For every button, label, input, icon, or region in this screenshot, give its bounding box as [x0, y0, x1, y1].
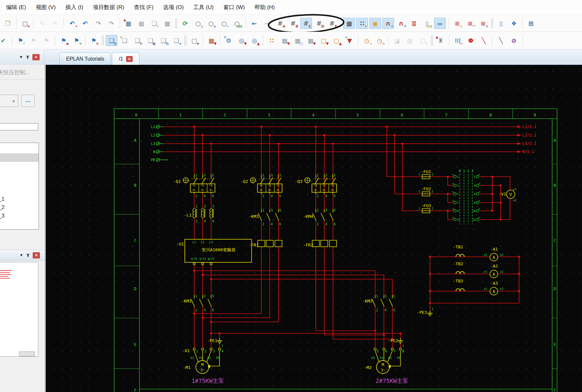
- panel-close-button[interactable]: ×: [32, 54, 40, 60]
- stamp-icon[interactable]: ♜▪: [435, 35, 446, 46]
- undo-icon[interactable]: ↶•: [66, 18, 78, 29]
- design-mode-icon[interactable]: ▣: [369, 18, 381, 29]
- cable-gen-icon[interactable]: ▢▲: [331, 35, 342, 46]
- browse-button[interactable]: ...: [21, 95, 35, 107]
- undo-list-icon[interactable]: ↶: [79, 18, 91, 29]
- toolbar-drag-handle[interactable]: [101, 35, 104, 46]
- zoom-out-icon[interactable]: ○−: [218, 18, 230, 29]
- connection-break-icon[interactable]: ╲: [478, 35, 490, 46]
- back-icon[interactable]: ←: [248, 18, 260, 29]
- panel2-pin-icon[interactable]: Ŧ: [27, 253, 30, 258]
- cable-edit-icon[interactable]: ▦▼: [305, 35, 316, 46]
- panel2-collapse-icon[interactable]: ▼: [19, 253, 23, 257]
- signal-wave-icon[interactable]: ≡∿: [451, 18, 463, 29]
- tab--1[interactable]: /1×: [112, 53, 139, 65]
- gauge-update-icon[interactable]: ◷➜: [374, 35, 386, 46]
- redo-icon[interactable]: ↷: [92, 18, 104, 29]
- cable-filter-icon[interactable]: ▦▼: [279, 35, 291, 46]
- grid-c-icon[interactable]: #C: [300, 18, 312, 29]
- terminal-strip-icon[interactable]: ▦▼: [206, 35, 217, 46]
- cable-number-icon[interactable]: ▦○: [292, 35, 303, 46]
- list-item-0[interactable]: _1: [0, 195, 39, 203]
- snap-grid-icon[interactable]: ∷✦: [356, 18, 368, 29]
- refresh-icon[interactable]: ⟳: [179, 18, 191, 29]
- tab-eplan-tutorials[interactable]: EPLAN Tutorials: [59, 53, 111, 65]
- page-properties-icon[interactable]: ❏↻: [132, 35, 143, 46]
- filter-combobox[interactable]: ∨: [0, 95, 18, 107]
- panel-collapse-icon[interactable]: ▼: [19, 55, 23, 59]
- snap-magnet-icon[interactable]: ∩•: [382, 18, 394, 29]
- toolbar-drag-handle[interactable]: [184, 35, 186, 46]
- menu-item-5[interactable]: 选项 (O): [158, 2, 188, 13]
- page-export-icon[interactable]: ❏➔: [171, 35, 182, 46]
- zoom-100-icon[interactable]: ○100: [231, 18, 243, 29]
- connection-filter-icon[interactable]: ◎▼: [236, 35, 247, 46]
- net-break-icon[interactable]: ╲: [495, 35, 507, 46]
- parts-icon[interactable]: ⊞: [525, 18, 537, 29]
- page-copy-icon[interactable]: ❏⇆: [158, 35, 169, 46]
- menu-item-2[interactable]: 插入 (I): [61, 2, 88, 13]
- menu-item-6[interactable]: 工具 (U): [189, 2, 219, 13]
- net-point-icon[interactable]: ⊘: [508, 35, 520, 46]
- grid-display-icon[interactable]: ▦: [343, 18, 355, 29]
- copy-format-icon[interactable]: ✎: [49, 18, 61, 29]
- check-project-icon[interactable]: ✔: [0, 35, 9, 46]
- place-number-icon[interactable]: ▯128: [421, 18, 433, 29]
- region-icon[interactable]: ▢✳: [417, 35, 429, 46]
- grid-e-icon[interactable]: #E: [326, 18, 338, 29]
- table-icon[interactable]: ▦: [161, 18, 173, 29]
- interrupt-point-icon[interactable]: ☰—: [452, 35, 464, 46]
- toolbar-drag-handle[interactable]: [491, 18, 493, 29]
- signal-config-icon[interactable]: ≡✳: [477, 18, 489, 29]
- connections-icon[interactable]: ⚙⚙: [223, 35, 234, 46]
- toolbar-drag-handle[interactable]: [175, 18, 177, 29]
- grid-d-icon[interactable]: #D: [313, 18, 325, 29]
- menu-item-4[interactable]: 查找 (F): [129, 2, 158, 13]
- list-item-2[interactable]: _3: [0, 212, 39, 220]
- object-snap-icon[interactable]: ∩↗: [395, 18, 407, 29]
- cable-icon[interactable]: ∷: [266, 35, 278, 46]
- gauge-sync-icon[interactable]: ◷∘: [361, 35, 373, 46]
- edit-box-icon[interactable]: ▬: [434, 18, 446, 29]
- list-item-1[interactable]: _2: [0, 203, 39, 212]
- page-tree-list[interactable]: _1_2_3: [0, 143, 39, 230]
- flag-check-icon[interactable]: ⚑✓: [15, 35, 26, 46]
- zoom-window-icon[interactable]: ○▫: [192, 18, 204, 29]
- layout-space-icon[interactable]: ◪: [391, 35, 403, 46]
- hatch-icon[interactable]: ▨: [404, 35, 416, 46]
- topology-icon[interactable]: ❖: [508, 18, 520, 29]
- preview-button[interactable]: [19, 351, 35, 356]
- grid-a-icon[interactable]: #A: [274, 18, 286, 29]
- redo-list-icon[interactable]: ↷: [105, 18, 117, 29]
- flag-next-icon[interactable]: ⚑: [41, 35, 52, 46]
- selected-row[interactable]: [0, 153, 39, 162]
- window-arrange-icon[interactable]: ▦: [136, 18, 147, 29]
- potential-icon[interactable]: Φ: [465, 35, 477, 46]
- search-field[interactable]: [0, 123, 38, 130]
- tab-close-button[interactable]: ×: [126, 56, 133, 62]
- menu-item-8[interactable]: 帮助 (H): [250, 2, 279, 13]
- device-icon[interactable]: ▯: [495, 18, 507, 29]
- page-check-icon[interactable]: ❏✓: [148, 18, 160, 29]
- toolbar-drag-handle[interactable]: [431, 35, 433, 46]
- zoom-in-icon[interactable]: ○+: [205, 18, 217, 29]
- menu-item-7[interactable]: 窗口 (W): [219, 2, 250, 13]
- page-up-icon[interactable]: ❏◉: [145, 35, 156, 46]
- paste-icon[interactable]: ❐: [2, 18, 14, 29]
- panel2-close-button[interactable]: ×: [33, 252, 40, 258]
- grid-b-icon[interactable]: #B: [287, 18, 299, 29]
- connection-gen-icon[interactable]: ◎▲: [249, 35, 260, 46]
- flag-settings-icon[interactable]: ⚑: [28, 35, 39, 46]
- new-page-icon[interactable]: ❏✷: [119, 35, 130, 46]
- page-navigator-icon[interactable]: ❏≡: [106, 35, 117, 46]
- panel-pin-icon[interactable]: Ŧ: [26, 54, 29, 60]
- connection-symbol-icon[interactable]: ≣: [408, 18, 420, 29]
- signal-read-icon[interactable]: ≡◠: [464, 18, 476, 29]
- auto-connect-icon[interactable]: ▼✳: [344, 35, 355, 46]
- macro-box-icon[interactable]: ▢+: [188, 35, 200, 46]
- menu-item-3[interactable]: 项目数据 (R): [88, 2, 129, 13]
- flag-delete-icon[interactable]: ⚑×: [88, 35, 100, 46]
- menu-item-1[interactable]: 视图 (V): [31, 2, 60, 13]
- menu-item-0[interactable]: 编辑 (E): [1, 2, 31, 13]
- workspace-icon[interactable]: ▦▪: [123, 18, 134, 29]
